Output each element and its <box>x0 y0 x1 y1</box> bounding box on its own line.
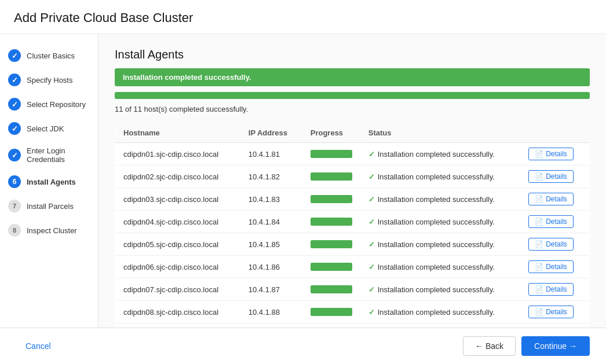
sidebar-item-label: Cluster Basics <box>27 52 75 60</box>
details-button[interactable]: 📄 Details <box>528 215 574 228</box>
table-header-row: Hostname IP Address Progress Status <box>115 123 590 143</box>
sidebar-item-cluster-basics[interactable]: ✓ Cluster Basics <box>0 43 98 68</box>
status-check-icon: ✓ <box>368 285 375 294</box>
status-text: Installation completed successfully. <box>378 285 495 294</box>
table-row: cdipdn01.sjc-cdip.cisco.local 10.4.1.81 … <box>115 143 590 166</box>
cell-hostname: cdipdn08.sjc-cdip.cisco.local <box>115 301 240 323</box>
document-icon: 📄 <box>535 308 543 316</box>
status-check-icon: ✓ <box>368 308 375 317</box>
cell-status: ✓ Installation completed successfully. <box>360 256 520 278</box>
sidebar-item-select-jdk[interactable]: ✓ Select JDK <box>0 116 98 141</box>
step-indicator-install-parcels: 7 <box>8 200 21 212</box>
cancel-button[interactable]: Cancel <box>16 337 60 355</box>
cell-progress <box>302 256 360 278</box>
step-indicator-select-repository: ✓ <box>8 98 21 111</box>
status-text: Installation completed successfully. <box>378 308 495 317</box>
sidebar: ✓ Cluster Basics ✓ Specify Hosts ✓ Selec… <box>0 34 98 328</box>
status-check-icon: ✓ <box>368 195 375 204</box>
cell-details: 📄 Details <box>520 323 589 328</box>
document-icon: 📄 <box>535 150 543 158</box>
sidebar-item-specify-hosts[interactable]: ✓ Specify Hosts <box>0 68 98 92</box>
details-button[interactable]: 📄 Details <box>528 148 574 160</box>
main-content: Install Agents Installation completed su… <box>98 34 606 328</box>
sidebar-item-enter-login-credentials[interactable]: ✓ Enter Login Credentials <box>0 141 98 170</box>
success-banner: Installation completed successfully. <box>115 68 590 86</box>
cell-progress <box>302 166 360 188</box>
col-header-hostname: Hostname <box>115 123 240 143</box>
cell-status: ✓ Installation completed successfully. <box>360 233 520 256</box>
cell-ip: 10.4.1.88 <box>240 301 302 323</box>
cell-details: 📄 Details <box>520 166 589 188</box>
details-button[interactable]: 📄 Details <box>528 193 574 205</box>
cell-details: 📄 Details <box>520 278 589 301</box>
cell-status: ✓ Installation completed successfully. <box>360 211 520 233</box>
table-row: cdipdn07.sjc-cdip.cisco.local 10.4.1.87 … <box>115 278 590 301</box>
sidebar-item-inspect-cluster[interactable]: 8 Inspect Cluster <box>0 218 98 242</box>
step-number-6: 6 <box>13 178 17 186</box>
status-check-icon: ✓ <box>368 218 375 226</box>
cell-ip: 10.4.1.85 <box>240 233 302 256</box>
status-text: Installation completed successfully. <box>378 150 495 159</box>
details-button[interactable]: 📄 Details <box>528 283 574 296</box>
footer: Cancel ← Back Continue → <box>0 328 606 364</box>
status-check-icon: ✓ <box>368 240 375 249</box>
status-check-icon: ✓ <box>368 150 375 159</box>
check-icon-3: ✓ <box>12 100 18 109</box>
step-indicator-install-agents: 6 <box>8 175 21 188</box>
cell-hostname: cdipnn01.sjc-cdip.cisco.local <box>115 323 240 328</box>
sidebar-item-install-agents[interactable]: 6 Install Agents <box>0 170 98 194</box>
document-icon: 📄 <box>535 285 543 293</box>
cell-details: 📄 Details <box>520 143 589 166</box>
back-button[interactable]: ← Back <box>463 336 516 356</box>
sidebar-item-label-3: Select Repository <box>27 100 86 109</box>
status-text: Installation completed successfully. <box>378 240 495 249</box>
cell-hostname: cdipdn06.sjc-cdip.cisco.local <box>115 256 240 278</box>
cell-hostname: cdipdn07.sjc-cdip.cisco.local <box>115 278 240 301</box>
status-text: Installation completed successfully. <box>378 195 495 204</box>
cell-hostname: cdipdn04.sjc-cdip.cisco.local <box>115 211 240 233</box>
cell-status: ✓ Installation completed successfully. <box>360 188 520 211</box>
details-button[interactable]: 📄 Details <box>528 260 574 273</box>
continue-button[interactable]: Continue → <box>521 336 590 356</box>
cell-hostname: cdipdn01.sjc-cdip.cisco.local <box>115 143 240 166</box>
step-indicator-specify-hosts: ✓ <box>8 73 21 86</box>
section-title: Install Agents <box>115 48 590 61</box>
document-icon: 📄 <box>535 240 543 248</box>
table-row: cdipnn01.sjc-cdip.cisco.local 10.4.1.90 … <box>115 323 590 328</box>
cell-ip: 10.4.1.86 <box>240 256 302 278</box>
step-indicator-cluster-basics: ✓ <box>8 49 21 62</box>
cell-status: ✓ Installation completed successfully. <box>360 143 520 166</box>
col-header-actions <box>520 123 589 143</box>
cell-details: 📄 Details <box>520 233 589 256</box>
table-row: cdipdn06.sjc-cdip.cisco.local 10.4.1.86 … <box>115 256 590 278</box>
right-buttons: ← Back Continue → <box>463 336 590 356</box>
cell-progress <box>302 188 360 211</box>
sidebar-item-select-repository[interactable]: ✓ Select Repository <box>0 92 98 116</box>
cell-progress <box>302 211 360 233</box>
status-check-icon: ✓ <box>368 263 375 271</box>
col-header-status: Status <box>360 123 520 143</box>
details-button[interactable]: 📄 Details <box>528 170 574 183</box>
sidebar-item-install-parcels[interactable]: 7 Install Parcels <box>0 194 98 218</box>
cell-ip: 10.4.1.90 <box>240 323 302 328</box>
status-text: Installation completed successfully. <box>378 263 495 271</box>
document-icon: 📄 <box>535 263 543 271</box>
sidebar-item-label-7: Install Parcels <box>27 202 74 211</box>
sidebar-item-label-8: Inspect Cluster <box>27 226 77 235</box>
table-row: cdipdn03.sjc-cdip.cisco.local 10.4.1.83 … <box>115 188 590 211</box>
table-row: cdipdn04.sjc-cdip.cisco.local 10.4.1.84 … <box>115 211 590 233</box>
cell-progress <box>302 278 360 301</box>
check-icon: ✓ <box>12 52 18 60</box>
cell-ip: 10.4.1.82 <box>240 166 302 188</box>
check-icon-2: ✓ <box>12 76 18 84</box>
sidebar-item-label-5: Enter Login Credentials <box>27 146 90 164</box>
cell-status: ✓ Installation completed successfully. <box>360 323 520 328</box>
sidebar-item-label-6: Install Agents <box>27 178 76 186</box>
details-button[interactable]: 📄 Details <box>528 306 574 318</box>
details-button[interactable]: 📄 Details <box>528 238 574 251</box>
hosts-table: Hostname IP Address Progress Status cdip… <box>115 123 590 328</box>
status-text: Installation completed successfully. <box>378 218 495 226</box>
cell-details: 📄 Details <box>520 188 589 211</box>
table-row: cdipdn02.sjc-cdip.cisco.local 10.4.1.82 … <box>115 166 590 188</box>
sidebar-item-label-4: Select JDK <box>27 124 64 133</box>
